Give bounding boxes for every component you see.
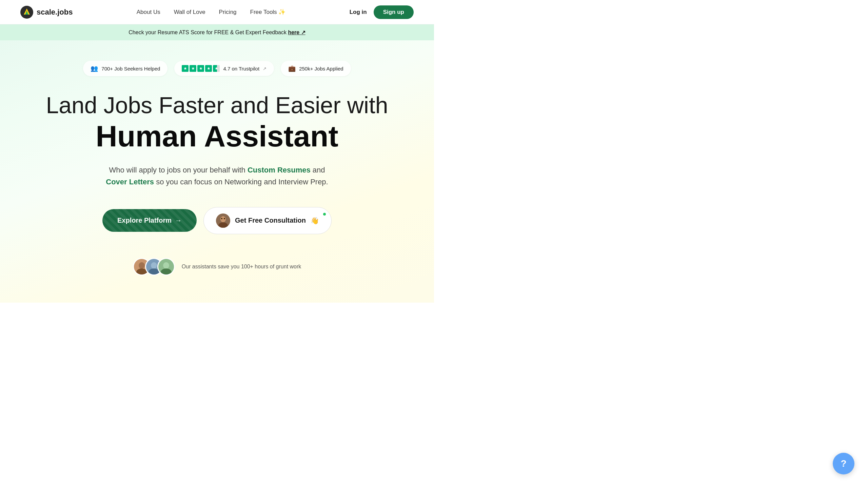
briefcase-icon: 💼 xyxy=(288,65,296,72)
consultation-label: Get Free Consultation xyxy=(235,217,306,224)
logo-text: scale.jobs xyxy=(37,8,73,17)
stat-job-seekers-text: 700+ Job Seekers Helped xyxy=(101,66,160,72)
star-4: ★ xyxy=(205,65,212,72)
stat-jobs-applied-text: 250k+ Jobs Applied xyxy=(299,66,343,72)
avatar-3 xyxy=(157,258,175,276)
avatar-stack xyxy=(133,258,175,276)
nav-pricing[interactable]: Pricing xyxy=(219,9,237,15)
hero-title-line2: Human Assistant xyxy=(96,121,338,152)
bottom-section: Our assistants save you 100+ hours of gr… xyxy=(133,258,301,276)
banner-text: Check your Resume ATS Score for FREE & G… xyxy=(129,29,288,35)
svg-point-4 xyxy=(220,216,226,222)
subtitle-green1: Custom Resumes xyxy=(248,166,311,174)
nav-actions: Log in Sign up xyxy=(350,5,414,19)
navbar: scale.jobs About Us Wall of Love Pricing… xyxy=(0,0,434,24)
subtitle-plain1: Who will apply to jobs on your behalf wi… xyxy=(109,166,247,174)
svg-point-16 xyxy=(161,268,172,276)
explore-platform-button[interactable]: Explore Platform → xyxy=(102,209,197,232)
external-link-icon: ↗ xyxy=(263,66,267,71)
nav-free-tools[interactable]: Free Tools ✨ xyxy=(250,9,286,15)
people-icon: 👥 xyxy=(91,65,98,72)
explore-arrow-icon: → xyxy=(175,217,182,224)
star-1: ★ xyxy=(182,65,189,72)
stat-jobs-applied: 💼 250k+ Jobs Applied xyxy=(281,61,351,76)
get-consultation-button[interactable]: Get Free Consultation 👋 xyxy=(203,207,332,234)
stat-trustpilot[interactable]: ★ ★ ★ ★ ★ 4.7 on Trustpilot ↗ xyxy=(174,61,274,76)
consultant-avatar xyxy=(216,214,230,228)
svg-point-15 xyxy=(163,262,169,268)
star-2: ★ xyxy=(190,65,196,72)
logo-icon xyxy=(20,6,33,19)
star-5-half: ★ xyxy=(213,65,220,72)
cta-row: Explore Platform → Get Free Consultation… xyxy=(102,207,332,234)
stats-row: 👥 700+ Job Seekers Helped ★ ★ ★ ★ ★ 4.7 … xyxy=(83,61,351,76)
nav-about-us[interactable]: About Us xyxy=(137,9,160,15)
consultation-emoji: 👋 xyxy=(311,217,319,225)
svg-point-6 xyxy=(221,218,222,219)
svg-point-7 xyxy=(224,218,225,219)
announcement-banner: Check your Resume ATS Score for FREE & G… xyxy=(0,24,434,40)
online-indicator xyxy=(322,212,327,216)
svg-point-12 xyxy=(151,262,157,268)
stars-row: ★ ★ ★ ★ ★ xyxy=(182,65,220,72)
svg-point-9 xyxy=(139,262,145,268)
star-3: ★ xyxy=(197,65,204,72)
subtitle-green2: Cover Letters xyxy=(106,178,154,186)
subtitle-plain2: and xyxy=(311,166,325,174)
nav-links: About Us Wall of Love Pricing Free Tools… xyxy=(137,8,286,16)
stat-job-seekers: 👥 700+ Job Seekers Helped xyxy=(83,61,167,76)
hero-title-line1: Land Jobs Faster and Easier with xyxy=(46,93,388,118)
signup-button[interactable]: Sign up xyxy=(374,5,414,19)
logo[interactable]: scale.jobs xyxy=(20,6,73,19)
subtitle-plain3: so you can focus on Networking and Inter… xyxy=(154,178,328,186)
bottom-text: Our assistants save you 100+ hours of gr… xyxy=(182,264,301,270)
explore-label: Explore Platform xyxy=(117,217,172,224)
login-button[interactable]: Log in xyxy=(350,9,367,16)
banner-link[interactable]: here ↗ xyxy=(288,29,305,35)
hero-section: 👥 700+ Job Seekers Helped ★ ★ ★ ★ ★ 4.7 … xyxy=(0,40,434,303)
trustpilot-rating: 4.7 on Trustpilot xyxy=(223,66,259,72)
hero-subtitle: Who will apply to jobs on your behalf wi… xyxy=(102,164,332,188)
nav-wall-of-love[interactable]: Wall of Love xyxy=(174,9,205,15)
